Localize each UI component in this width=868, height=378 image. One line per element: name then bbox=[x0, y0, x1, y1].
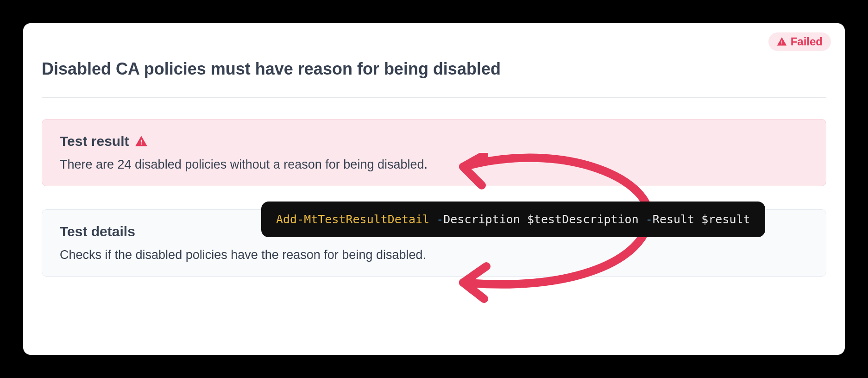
code-param-name: Description bbox=[443, 213, 520, 226]
result-panel-title: Test result bbox=[60, 133, 129, 149]
test-result-panel: Test result There are 24 disabled polici… bbox=[42, 119, 826, 186]
code-snippet: Add-MtTestResultDetail -Description $tes… bbox=[261, 202, 765, 237]
svg-point-0 bbox=[781, 43, 782, 44]
panel-header: Test result bbox=[60, 133, 808, 149]
svg-rect-3 bbox=[140, 140, 141, 143]
warning-triangle-icon bbox=[135, 135, 148, 148]
result-panel-body: There are 24 disabled policies without a… bbox=[60, 158, 808, 172]
code-param-value: $result bbox=[701, 213, 750, 226]
warning-triangle-icon bbox=[777, 37, 787, 47]
status-badge: Failed bbox=[768, 32, 831, 51]
code-param-flag: - bbox=[646, 213, 653, 226]
code-command: Add-MtTestResultDetail bbox=[276, 213, 429, 226]
svg-point-2 bbox=[140, 143, 142, 145]
card-title: Disabled CA policies must have reason fo… bbox=[42, 59, 826, 98]
test-card: Failed Disabled CA policies must have re… bbox=[23, 23, 845, 355]
code-param-flag: - bbox=[436, 213, 443, 226]
code-param-name: Result bbox=[653, 213, 694, 226]
details-panel-title: Test details bbox=[60, 224, 135, 239]
details-panel-body: Checks if the disabled policies have the… bbox=[60, 248, 808, 262]
code-param-value: $testDescription bbox=[527, 213, 639, 226]
svg-rect-1 bbox=[781, 40, 782, 43]
status-label: Failed bbox=[791, 35, 823, 48]
